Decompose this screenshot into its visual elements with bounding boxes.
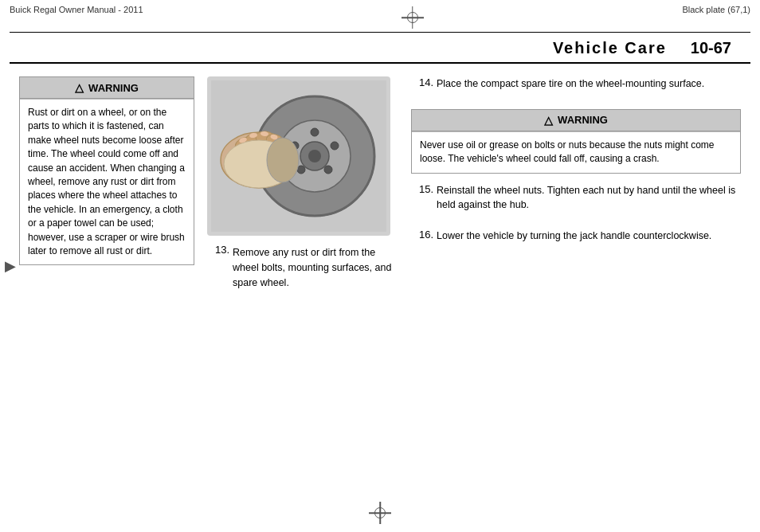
page-header: Buick Regal Owner Manual - 2011 Black pl… [0, 0, 760, 32]
step-13-number: 13. [207, 244, 229, 290]
wheel-image [207, 76, 390, 236]
section-number: 10-67 [691, 39, 731, 57]
warning-label-left: WARNING [88, 82, 139, 94]
crosshair-icon [402, 6, 424, 29]
svg-point-6 [331, 142, 339, 150]
header-center-crosshair [402, 6, 424, 29]
step-14-row: 14. Place the compact spare tire on the … [411, 76, 741, 101]
step-16-row: 16. Lower the vehicle by turning the jac… [411, 229, 741, 244]
main-content: △ WARNING Rust or dirt on a wheel, or on… [0, 67, 760, 307]
header-right-text: Black plate (67,1) [682, 5, 750, 14]
left-column: △ WARNING Rust or dirt on a wheel, or on… [19, 76, 194, 298]
step-14-text: Place the compact spare tire on the whee… [437, 76, 741, 92]
step-13-text: Remove any rust or dirt from the wheel b… [233, 244, 398, 290]
step-14-number: 14. [411, 76, 433, 101]
section-title: Vehicle Care [553, 39, 667, 57]
warning-label-right: WARNING [558, 114, 608, 126]
warning-box-right: △ WARNING Never use oil or grease on bol… [411, 109, 741, 174]
footer-crosshair [369, 502, 391, 524]
left-margin-arrow: ▶ [5, 257, 16, 275]
right-column: 14. Place the compact spare tire on the … [411, 76, 741, 298]
step-15-text: Reinstall the wheel nuts. Tighten each n… [437, 183, 741, 213]
step-16-number: 16. [411, 229, 433, 244]
warning-header-left: △ WARNING [20, 77, 194, 99]
warning-triangle-icon-right: △ [544, 114, 553, 127]
step-15-number: 15. [411, 183, 433, 221]
footer-crosshair-icon [369, 502, 391, 524]
svg-point-4 [308, 150, 321, 162]
warning-header-right: △ WARNING [412, 110, 740, 131]
warning-triangle-icon: △ [75, 81, 84, 94]
svg-point-5 [311, 128, 319, 136]
wheel-illustration [211, 80, 386, 232]
warning-body-left: Rust or dirt on a wheel, or on the parts… [20, 99, 194, 264]
step-16-text: Lower the vehicle by turning the jack ha… [437, 229, 741, 244]
step-15-row: 15. Reinstall the wheel nuts. Tighten ea… [411, 183, 741, 221]
svg-point-17 [267, 138, 299, 182]
warning-body-right: Never use oil or grease on bolts or nuts… [412, 131, 740, 173]
warning-box-left: △ WARNING Rust or dirt on a wheel, or on… [19, 76, 194, 265]
middle-column: 13. Remove any rust or dirt from the whe… [207, 76, 398, 298]
section-title-bar: Vehicle Care 10-67 [10, 33, 750, 64]
header-left-text: Buick Regal Owner Manual - 2011 [10, 5, 143, 14]
svg-point-7 [324, 166, 332, 174]
step-13-row: 13. Remove any rust or dirt from the whe… [207, 244, 398, 290]
